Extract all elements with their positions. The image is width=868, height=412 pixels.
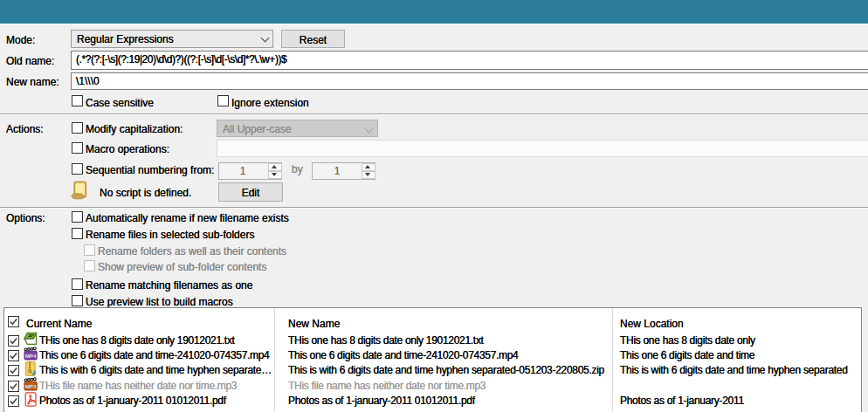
svg-text:MP3: MP3 bbox=[25, 382, 37, 388]
svg-text:MP4: MP4 bbox=[25, 353, 37, 359]
